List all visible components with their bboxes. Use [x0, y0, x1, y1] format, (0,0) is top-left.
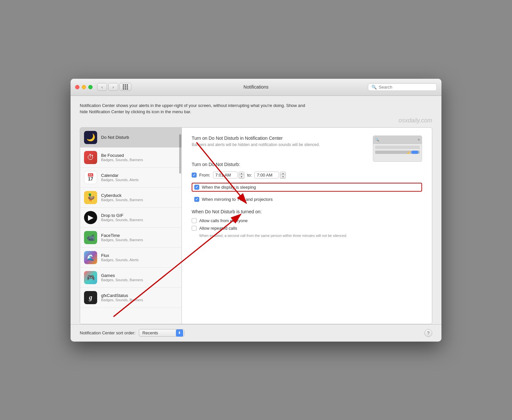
search-icon: 🔍 [372, 85, 377, 90]
app-name-flux: Flux [101, 253, 178, 258]
grid-view-button[interactable] [119, 83, 131, 91]
app-info-cyberduck: Cyberduck Badges, Sounds, Banners [101, 193, 178, 202]
sleeping-label: When the display is sleeping [202, 185, 256, 190]
app-info-drop-to-gif: Drop to GIF Badges, Sounds, Banners [101, 213, 178, 222]
app-info-gfxcardstatus: gfxCardStatus Badges, Sounds, Banners [101, 293, 178, 302]
app-sub-flux: Badges, Sounds, Alerts [101, 258, 178, 262]
app-info-be-focused: Be Focused Badges, Sounds, Banners [101, 153, 178, 162]
from-time-stepper[interactable]: ▲ ▼ [239, 172, 245, 179]
grid-icon [123, 84, 128, 90]
mirroring-label: When mirroring to TVs and projectors [202, 197, 273, 202]
app-info-facetime: FaceTime Badges, Sounds, Banners [101, 233, 178, 242]
sidebar-item-do-not-disturb[interactable]: 🌙 Do Not Disturb [80, 128, 181, 148]
maximize-button[interactable] [88, 85, 93, 89]
allow-calls-row: Allow calls from everyone [192, 218, 422, 223]
app-name-dnd: Do Not Disturb [101, 135, 178, 140]
mirroring-checkbox[interactable] [194, 197, 199, 202]
titlebar: ‹ › Notifications 🔍 [71, 79, 441, 96]
app-info-dnd: Do Not Disturb [101, 135, 178, 140]
sleeping-checkbox-row: When the display is sleeping [192, 183, 422, 192]
from-time-up[interactable]: ▲ [239, 172, 244, 175]
sidebar-item-calendar[interactable]: JUL 17 Calendar Badges, Sounds, Alerts [80, 168, 181, 188]
dnd-schedule-label: Turn on Do Not Disturb: [192, 162, 422, 167]
window-title: Notifications [244, 84, 268, 90]
sidebar-item-be-focused[interactable]: ⏱ Be Focused Badges, Sounds, Banners [80, 148, 181, 168]
app-sub-calendar: Badges, Sounds, Alerts [101, 178, 178, 182]
preview-header: 🔍 ≡ [373, 136, 422, 144]
search-box[interactable]: 🔍 [368, 83, 437, 91]
sidebar-item-flux[interactable]: 🌊 Flux Badges, Sounds, Alerts [80, 248, 181, 268]
mirroring-checkbox-row: When mirroring to TVs and projectors [192, 195, 422, 204]
app-sub-drop-to-gif: Badges, Sounds, Banners [101, 218, 178, 222]
app-name-gfxcardstatus: gfxCardStatus [101, 293, 178, 298]
sort-order-row: Notification Center sort order: Recents … [80, 329, 184, 337]
app-sub-cyberduck: Badges, Sounds, Banners [101, 198, 178, 202]
traffic-lights [75, 85, 93, 89]
forward-button[interactable]: › [108, 83, 118, 91]
nav-buttons: ‹ › [97, 83, 118, 91]
bottom-bar: Notification Center sort order: Recents … [71, 324, 441, 342]
scrollbar-track[interactable] [179, 128, 181, 324]
app-sub-gfxcardstatus: Badges, Sounds, Banners [101, 298, 178, 302]
close-button[interactable] [75, 85, 79, 89]
sleeping-checkbox[interactable] [194, 185, 199, 190]
app-icon-calendar: JUL 17 [84, 171, 97, 184]
description-text: Notification Center shows your alerts in… [80, 102, 309, 115]
search-input[interactable] [379, 85, 433, 90]
back-button[interactable]: ‹ [97, 83, 107, 91]
app-icon-games: 🎮 [84, 271, 97, 284]
to-label: to: [247, 173, 252, 178]
preview-body: 🌙 [373, 144, 422, 156]
moon-icon-mini: 🌙 [406, 151, 410, 154]
minimize-button[interactable] [82, 85, 86, 89]
app-name-facetime: FaceTime [101, 233, 178, 238]
scrollbar-thumb[interactable] [179, 134, 181, 174]
toggle-mini [411, 151, 418, 154]
app-icon-cyberduck: 🦆 [84, 191, 97, 204]
right-panel: 🔍 ≡ 🌙 Turn on Do Not Disturb in Notifica… [182, 128, 432, 324]
app-icon-facetime: 📹 [84, 231, 97, 244]
sidebar: 🌙 Do Not Disturb ⏱ Be Focused Badges, So… [80, 128, 182, 324]
app-sub-be-focused: Badges, Sounds, Banners [101, 158, 178, 162]
from-time-input[interactable] [213, 172, 238, 178]
when-on-label: When Do Not Disturb is turned on: [192, 209, 422, 214]
app-info-calendar: Calendar Badges, Sounds, Alerts [101, 173, 178, 182]
app-name-calendar: Calendar [101, 173, 178, 178]
app-info-games: Games Badges, Sounds, Banners [101, 273, 178, 282]
sidebar-item-gfxcardstatus[interactable]: g gfxCardStatus Badges, Sounds, Banners [80, 288, 181, 308]
sidebar-item-cyberduck[interactable]: 🦆 Cyberduck Badges, Sounds, Banners [80, 188, 181, 208]
preview-row-dark: 🌙 [375, 151, 420, 154]
allow-calls-label: Allow calls from everyone [199, 218, 247, 223]
preview-row-1 [375, 146, 420, 149]
to-time-up[interactable]: ▲ [280, 172, 286, 175]
from-checkbox[interactable] [192, 173, 197, 178]
sort-select[interactable]: Recents Recents by App Manually by App [139, 329, 184, 337]
app-name-cyberduck: Cyberduck [101, 193, 178, 198]
helper-text: When enabled, a second call from the sam… [199, 233, 422, 238]
content-area: 🌙 Do Not Disturb ⏱ Be Focused Badges, So… [80, 127, 432, 324]
app-icon-gfxcardstatus: g [84, 291, 97, 304]
repeated-calls-row: Allow repeated calls [192, 226, 422, 231]
sidebar-item-games[interactable]: 🎮 Games Badges, Sounds, Banners [80, 268, 181, 288]
watermark: osxdaily.com [80, 117, 432, 124]
sidebar-item-facetime[interactable]: 📹 FaceTime Badges, Sounds, Banners [80, 228, 181, 248]
sidebar-item-drop-to-gif[interactable]: ▶ Drop to GIF Badges, Sounds, Banners [80, 208, 181, 228]
app-sub-facetime: Badges, Sounds, Banners [101, 238, 178, 242]
sort-label: Notification Center sort order: [80, 330, 136, 335]
repeated-calls-label: Allow repeated calls [199, 226, 237, 231]
to-time-input[interactable] [254, 172, 279, 178]
to-time-down[interactable]: ▼ [280, 175, 286, 178]
sort-select-wrap: Recents Recents by App Manually by App ⬍ [139, 329, 184, 337]
to-time-stepper[interactable]: ▲ ▼ [280, 172, 286, 179]
app-name-games: Games [101, 273, 178, 278]
allow-calls-checkbox[interactable] [192, 218, 197, 223]
help-button[interactable]: ? [424, 329, 432, 337]
from-label: From: [199, 173, 210, 178]
repeated-calls-checkbox[interactable] [192, 226, 197, 231]
app-icon-be-focused: ⏱ [84, 151, 97, 164]
from-time-group: ▲ ▼ [213, 172, 245, 179]
app-sub-games: Badges, Sounds, Banners [101, 278, 178, 282]
app-info-flux: Flux Badges, Sounds, Alerts [101, 253, 178, 262]
from-time-down[interactable]: ▼ [239, 175, 244, 178]
preview-search-icon: 🔍 [375, 138, 379, 141]
